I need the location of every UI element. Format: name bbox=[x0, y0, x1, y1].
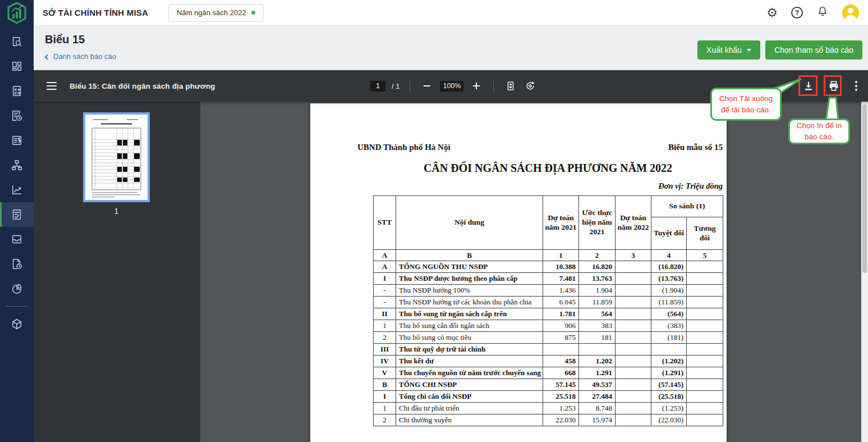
breadcrumb-report-list-link[interactable]: Danh sách báo cáo bbox=[45, 52, 116, 61]
col-header-dt2022: Dự toán năm 2022 bbox=[616, 196, 651, 250]
cell-uth2021: 1.904 bbox=[579, 285, 616, 297]
sidebar-item-document-search[interactable] bbox=[0, 29, 34, 54]
misa-logo-icon bbox=[7, 2, 27, 24]
table-row: IThu NSĐP được hưởng theo phân cấp7.4811… bbox=[374, 273, 723, 285]
sidebar-item-report-active[interactable] bbox=[0, 202, 34, 227]
cell-uth2021: 49.537 bbox=[579, 379, 616, 391]
cell-tuyet_doi: (383) bbox=[651, 320, 687, 332]
cell-label: Tổng chi cân đối NSĐP bbox=[396, 391, 543, 403]
cell-label: Chi đầu tư phát triển bbox=[396, 403, 543, 414]
cell-uth2021: 15.974 bbox=[579, 414, 616, 426]
cell-dt2021: 57.145 bbox=[543, 379, 579, 391]
budget-year-selector[interactable]: Năm ngân sách 2022 bbox=[168, 4, 264, 22]
code-cell: 2 bbox=[579, 250, 616, 261]
cell-label: Thu bổ sung từ ngân sách cấp trên bbox=[396, 308, 543, 320]
cell-stt: - bbox=[374, 297, 396, 308]
callout-print-pointer bbox=[823, 97, 841, 121]
pdf-document-title: Biểu 15: Cân đối ngân sách địa phương bbox=[70, 82, 215, 90]
budget-table: STT Nội dung Dự toán năm 2021 Ước thực h… bbox=[373, 195, 723, 426]
cell-stt: I bbox=[374, 273, 396, 285]
org-chart-icon bbox=[11, 159, 23, 171]
cell-uth2021: 1.291 bbox=[579, 367, 616, 379]
cell-uth2021: 181 bbox=[579, 332, 616, 344]
sidebar-item-calculator[interactable] bbox=[0, 79, 34, 103]
calculator-icon bbox=[11, 85, 23, 97]
misa-logo[interactable] bbox=[0, 0, 34, 26]
cell-dt2021: 1.781 bbox=[543, 308, 579, 320]
cell-uth2021: 27.484 bbox=[579, 391, 616, 403]
col-header-dt2021: Dự toán năm 2021 bbox=[543, 196, 579, 250]
table-row: IIIThu từ quỹ dự trữ tài chính bbox=[374, 344, 723, 356]
print-button[interactable] bbox=[827, 79, 841, 93]
cell-tuyet_doi: (1.202) bbox=[651, 356, 687, 367]
thumbnail-preview-image bbox=[85, 115, 148, 200]
fit-page-icon bbox=[505, 80, 516, 92]
sidebar-item-line-chart[interactable] bbox=[0, 177, 34, 202]
plus-icon bbox=[473, 83, 480, 89]
cell-tuong_doi bbox=[687, 332, 723, 344]
page-number-input[interactable] bbox=[370, 81, 385, 92]
table-row: VThu chuyển nguồn từ năm trước chuyển sa… bbox=[374, 367, 723, 379]
print-icon bbox=[828, 80, 840, 92]
cube-icon bbox=[11, 318, 23, 330]
page-thumbnail[interactable] bbox=[83, 112, 150, 202]
report-params-button[interactable]: Chọn tham số báo cáo bbox=[765, 40, 862, 60]
sidebar-item-file-clock[interactable] bbox=[0, 252, 34, 276]
cell-label: Thu NSĐP hưởng từ các khoản thu phân chi… bbox=[396, 297, 543, 308]
sidebar-item-cube[interactable] bbox=[0, 312, 34, 336]
rotate-button[interactable] bbox=[523, 79, 537, 93]
document-unit-label: Đơn vị: Triệu đồng bbox=[373, 181, 723, 191]
toolbar-divider bbox=[410, 80, 410, 92]
cell-tuyet_doi: (57.145) bbox=[651, 379, 687, 391]
cell-dt2021: 25.518 bbox=[543, 391, 579, 403]
pdf-page: UBND Thành phố Hà Nội Biểu mẫu số 15 CÂN… bbox=[310, 103, 727, 442]
scrollbar-thumb[interactable] bbox=[862, 104, 867, 273]
notifications-bell-icon[interactable] bbox=[816, 6, 829, 20]
user-avatar[interactable] bbox=[842, 4, 859, 21]
settings-gear-icon[interactable]: ⚙ bbox=[766, 7, 778, 19]
vertical-scrollbar[interactable] bbox=[861, 102, 868, 442]
sidebar-item-invoice-dollar[interactable] bbox=[0, 128, 34, 153]
cell-tuong_doi bbox=[687, 414, 723, 426]
col-header-noi-dung: Nội dung bbox=[396, 196, 543, 250]
export-button[interactable]: Xuất khẩu bbox=[697, 40, 760, 60]
callout-download: Chọn Tải xuống để tải báo cáo. bbox=[710, 88, 782, 121]
cell-label: Thu NSĐP hưởng 100% bbox=[396, 285, 543, 297]
thumbnail-panel: 1 bbox=[34, 102, 200, 442]
cell-tuyet_doi: (13.763) bbox=[651, 273, 687, 285]
help-icon[interactable]: ? bbox=[791, 7, 803, 19]
cell-tuong_doi bbox=[687, 367, 723, 379]
zoom-in-button[interactable] bbox=[470, 79, 483, 93]
cell-tuong_doi bbox=[687, 391, 723, 403]
zoom-out-button[interactable] bbox=[420, 79, 434, 93]
sidebar-item-report-clock[interactable] bbox=[0, 103, 34, 128]
cell-tuong_doi bbox=[687, 285, 723, 297]
cell-dt2021: 10.388 bbox=[543, 261, 579, 273]
sidebar-item-dashboard[interactable] bbox=[0, 54, 34, 79]
pdf-viewer-area: 1 UBND Thành phố Hà Nội Biểu mẫu số 15 C… bbox=[34, 102, 868, 442]
caret-down-icon bbox=[747, 49, 751, 52]
sidebar-toggle-hamburger-icon[interactable] bbox=[47, 82, 57, 90]
cell-tuong_doi bbox=[687, 261, 723, 273]
cell-uth2021: 8.748 bbox=[579, 403, 616, 414]
cell-stt: III bbox=[374, 344, 396, 356]
toolbar-divider bbox=[493, 80, 494, 92]
table-row: IVThu kết dư4581.202(1.202) bbox=[374, 356, 723, 367]
more-options-kebab-icon[interactable] bbox=[852, 81, 860, 91]
sidebar-item-pie-chart[interactable] bbox=[0, 276, 34, 301]
cell-uth2021: 11.859 bbox=[579, 297, 616, 308]
header-buttons: Xuất khẩu Chọn tham số báo cáo bbox=[697, 40, 862, 60]
cell-uth2021: 383 bbox=[579, 320, 616, 332]
sidebar-item-archive-drawer[interactable] bbox=[0, 227, 34, 252]
cell-tuyet_doi: (11.859) bbox=[651, 297, 687, 308]
cell-stt: I bbox=[374, 391, 396, 403]
cell-dt2021: 458 bbox=[543, 356, 579, 367]
fit-page-button[interactable] bbox=[504, 79, 517, 93]
cell-dt2022 bbox=[616, 332, 651, 344]
cell-stt: - bbox=[374, 285, 396, 297]
cell-uth2021: 16.820 bbox=[579, 261, 616, 273]
table-row: BTỔNG CHI NSĐP57.14549.537(57.145) bbox=[374, 379, 723, 391]
sidebar-item-org-chart[interactable] bbox=[0, 153, 34, 177]
cell-tuong_doi bbox=[687, 403, 723, 414]
cell-label: Thu kết dư bbox=[396, 356, 543, 367]
